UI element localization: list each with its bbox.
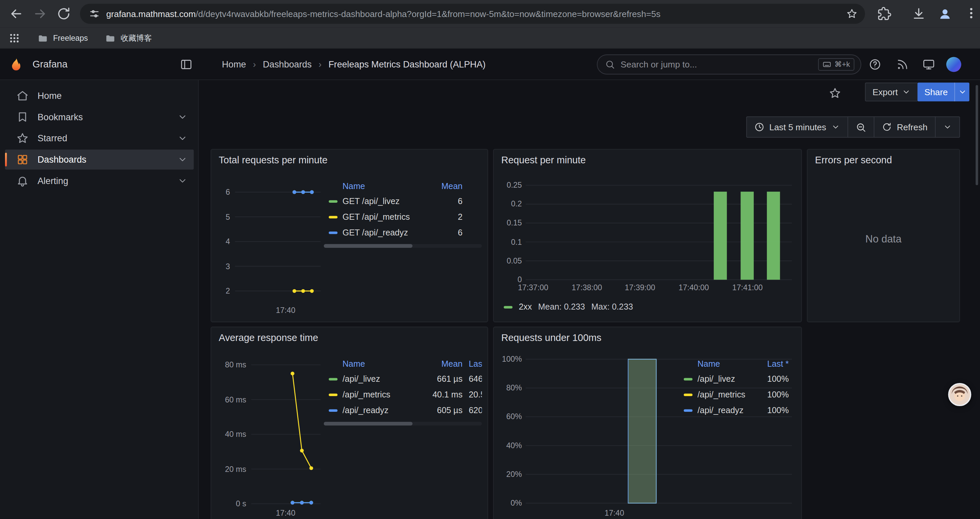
panel-title[interactable]: Errors per second — [815, 155, 892, 166]
monitor-icon[interactable] — [923, 58, 935, 70]
breadcrumb-home[interactable]: Home — [222, 59, 246, 69]
legend-col-name[interactable]: Name — [697, 359, 756, 368]
user-avatar[interactable] — [946, 57, 961, 72]
refresh-button[interactable]: Refresh — [873, 117, 935, 138]
bookmark-folder-blog[interactable]: 收藏博客 — [105, 27, 152, 49]
panel-errors-per-second: Errors per second No data — [807, 149, 960, 322]
legend-col-last[interactable]: Last * — [756, 359, 789, 368]
dock-menu-icon[interactable] — [180, 58, 192, 70]
legend-header-row: Name Last * — [679, 356, 791, 371]
sidebar-item-label: Home — [37, 91, 61, 101]
dashboard-main: Export Share Last 5 minutes — [199, 80, 980, 519]
extensions-icon[interactable] — [878, 7, 892, 22]
menu-kebab-icon[interactable] — [964, 6, 979, 21]
legend-row[interactable]: /api/_readyz 100% — [679, 402, 791, 418]
chevron-down-icon — [831, 123, 840, 131]
legend-col-name[interactable]: Name — [342, 359, 420, 368]
legend-row[interactable]: /api/_readyz 605 µs 620 µs — [324, 402, 482, 418]
profile-avatar-icon[interactable] — [938, 6, 953, 21]
request-per-minute-chart[interactable]: 0.250.20.150.10.05017:37:0017:38:0017:39… — [494, 150, 801, 322]
legend-row[interactable]: /api/_livez 100% — [679, 371, 791, 387]
legend-col-mean[interactable]: Mean — [420, 359, 462, 368]
legend-col-name[interactable]: Name — [342, 181, 420, 190]
sidebar-item-label: Bookmarks — [37, 112, 83, 122]
bookmark-folder-freeleaps[interactable]: Freeleaps — [37, 27, 88, 49]
news-rss-icon[interactable] — [896, 58, 908, 70]
series-color-icon — [329, 409, 337, 411]
grafana-logo-icon[interactable] — [9, 57, 24, 72]
panel-total-requests: Total requests per minute 6543217:40 Nam… — [210, 149, 488, 322]
star-icon — [16, 132, 29, 144]
grafana-topnav: Grafana Home Dashboards Freeleaps Metric… — [0, 49, 980, 80]
refresh-interval-caret[interactable] — [935, 117, 960, 138]
floating-assistant-avatar[interactable] — [948, 383, 971, 406]
breadcrumb-current: Freeleaps Metrics Dashboard (ALPHA) — [329, 59, 486, 69]
sidebar-item-alerting[interactable]: Alerting — [5, 171, 194, 191]
zoom-out-icon — [856, 121, 866, 132]
sidebar-item-bookmarks[interactable]: Bookmarks — [5, 107, 194, 127]
legend-col-last[interactable]: Last — [463, 359, 482, 368]
search-input[interactable]: Search or jump to... ⌘+k — [597, 54, 861, 75]
help-icon[interactable] — [869, 58, 881, 70]
browser-toolbar: grafana.mathmast.com/d/deytv4rwavabkb/fr… — [0, 0, 980, 27]
sidebar-item-label: Starred — [37, 133, 67, 143]
sidebar-item-home[interactable]: Home — [5, 86, 194, 106]
chevron-down-icon[interactable] — [177, 112, 188, 122]
apps-grid-icon[interactable] — [9, 27, 20, 49]
brand-name: Grafana — [32, 59, 67, 70]
active-indicator — [5, 153, 7, 166]
url-bar[interactable]: grafana.mathmast.com/d/deytv4rwavabkb/fr… — [80, 4, 865, 24]
reload-icon[interactable] — [56, 6, 72, 21]
legend-row[interactable]: GET /api/_readyz 6 — [324, 225, 482, 241]
horizontal-scrollbar[interactable] — [324, 244, 482, 248]
share-caret-button[interactable] — [955, 83, 970, 101]
folder-icon — [37, 33, 48, 43]
series-color-icon — [329, 393, 337, 396]
no-data-text: No data — [865, 233, 901, 245]
zoom-out-button[interactable] — [848, 117, 875, 138]
share-button[interactable]: Share — [918, 83, 970, 101]
breadcrumb-dashboards[interactable]: Dashboards — [263, 59, 312, 69]
bookmark-star-icon[interactable] — [846, 8, 858, 19]
panel-average-response-time: Average response time 80 ms60 ms40 ms20 … — [210, 327, 488, 519]
search-placeholder: Search or jump to... — [621, 59, 697, 69]
forward-icon[interactable] — [32, 6, 48, 21]
legend-header-row: Name Mean Last — [324, 356, 482, 371]
chevron-down-icon[interactable] — [177, 133, 188, 143]
time-range-button[interactable]: Last 5 minutes — [746, 117, 848, 138]
breadcrumb-separator-icon — [253, 59, 256, 69]
legend-header-row: Name Mean — [324, 178, 482, 193]
legend-col-mean[interactable]: Mean — [420, 181, 462, 190]
folder-icon — [105, 33, 116, 43]
back-icon[interactable] — [9, 6, 24, 21]
favorite-star-icon[interactable] — [829, 87, 841, 99]
panel-requests-under-100ms: Requests under 100ms 100%80%60%40%20%0%1… — [493, 327, 802, 519]
bookmark-label: 收藏博客 — [121, 33, 152, 43]
refresh-icon — [882, 122, 892, 132]
sidebar-item-dashboards[interactable]: Dashboards — [5, 150, 194, 170]
sidebar-item-starred[interactable]: Starred — [5, 128, 194, 148]
legend-row[interactable]: /api/_metrics 100% — [679, 387, 791, 402]
legend-row[interactable]: /api/_livez 661 µs 646 µs — [324, 371, 482, 387]
breadcrumb-separator-icon — [318, 59, 321, 69]
legend[interactable]: 2xx Mean: 0.233 Max: 0.233 — [504, 302, 633, 311]
url-text: grafana.mathmast.com/d/deytv4rwavabkb/fr… — [107, 9, 846, 19]
series-color-icon — [329, 216, 337, 218]
legend-row[interactable]: GET /api/_livez 6 — [324, 193, 482, 209]
site-settings-icon[interactable] — [89, 8, 100, 19]
vertical-scrollbar[interactable] — [976, 85, 978, 185]
bookmark-label: Freeleaps — [53, 34, 88, 42]
sidebar-item-label: Dashboards — [37, 155, 86, 164]
chevron-down-icon[interactable] — [177, 155, 188, 164]
legend-row[interactable]: /api/_metrics 40.1 ms 20.5 ms — [324, 387, 482, 402]
horizontal-scrollbar[interactable] — [324, 422, 482, 425]
sidebar-item-label: Alerting — [37, 176, 68, 186]
bell-icon — [16, 175, 29, 187]
chevron-down-icon[interactable] — [177, 176, 188, 186]
sidebar: Home Bookmarks Starred — [0, 80, 199, 519]
series-color-icon — [329, 200, 337, 203]
avatar-face-icon — [949, 384, 970, 405]
export-button[interactable]: Export — [865, 83, 918, 101]
downloads-icon[interactable] — [911, 6, 926, 21]
legend-row[interactable]: GET /api/_metrics 2 — [324, 209, 482, 225]
